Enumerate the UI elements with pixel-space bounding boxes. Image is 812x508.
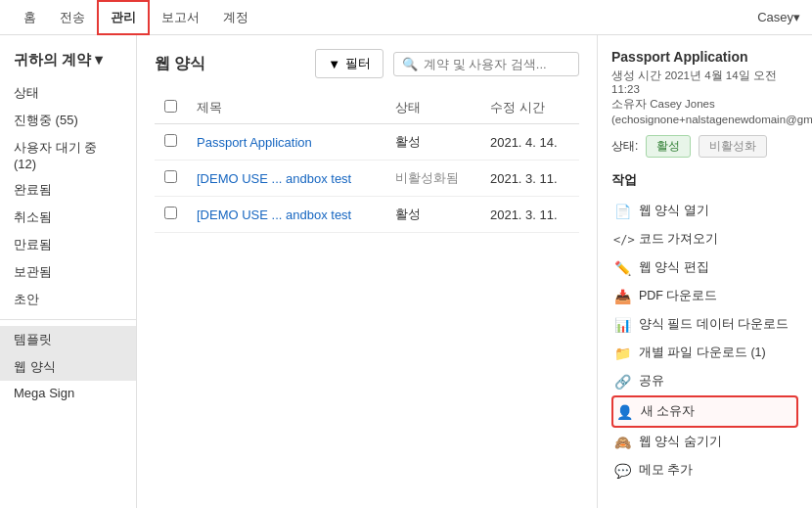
search-box: 🔍 [393, 52, 579, 76]
nav-menu: 홈 전송 관리 보고서 계정 [12, 0, 260, 35]
action-share-label: 공유 [639, 373, 664, 390]
sidebar-item-archived[interactable]: 보관됨 [0, 258, 136, 286]
status-active-badge[interactable]: 활성 [646, 135, 691, 158]
action-individual-download[interactable]: 📁 개별 파일 다운로드 (1) [611, 339, 798, 367]
col-title: 제목 [187, 92, 385, 124]
filter-button[interactable]: ▼ 필터 [315, 49, 383, 78]
action-get-code-label: 코드 가져오기 [639, 231, 718, 248]
filter-label: 필터 [345, 55, 371, 72]
action-note-label: 메모 추가 [639, 462, 693, 479]
left-sidebar: 귀하의 계약 ▾ 상태 진행중 (55) 사용자 대기 중 (12) 완료됨 취… [0, 35, 137, 508]
action-pdf-download[interactable]: 📥 PDF 다운로드 [611, 282, 798, 310]
sidebar-item-webform[interactable]: 웹 양식 [0, 353, 136, 381]
toolbar-right: ▼ 필터 🔍 [315, 49, 579, 78]
select-all-checkbox[interactable] [164, 100, 177, 113]
action-add-note[interactable]: 💬 메모 추가 [611, 456, 798, 485]
col-checkbox [155, 92, 187, 124]
field-data-icon: 📊 [613, 317, 631, 333]
row-checkbox[interactable] [164, 207, 177, 219]
row-checkbox[interactable] [164, 134, 177, 147]
row-checkbox-cell [155, 124, 187, 161]
col-status: 상태 [385, 92, 480, 124]
row-modified: 2021. 3. 11. [480, 161, 579, 197]
sidebar-item-status[interactable]: 상태 [0, 79, 136, 107]
sidebar-divider [0, 319, 136, 320]
center-content: 웹 양식 ▼ 필터 🔍 제목 [137, 35, 597, 508]
status-text: 상태: [611, 138, 638, 155]
status-inactive-badge[interactable]: 비활성화 [699, 135, 767, 158]
action-new-owner-label: 새 소유자 [641, 403, 695, 420]
action-pdf-label: PDF 다운로드 [639, 288, 717, 304]
search-input[interactable] [424, 57, 570, 71]
sidebar-item-template[interactable]: 템플릿 [0, 326, 136, 353]
actions-label: 작업 [611, 171, 798, 189]
right-panel: Passport Application 생성 시간 2021년 4월 14일 … [597, 35, 812, 508]
user-menu[interactable]: Casey▾ [757, 10, 800, 24]
main-layout: 귀하의 계약 ▾ 상태 진행중 (55) 사용자 대기 중 (12) 완료됨 취… [0, 35, 812, 508]
panel-created: 생성 시간 2021년 4월 14일 오전 11:23 [611, 69, 798, 95]
row-modified: 2021. 3. 11. [480, 197, 579, 233]
sidebar-item-megasign[interactable]: Mega Sign [0, 381, 136, 405]
individual-download-icon: 📁 [613, 346, 631, 361]
row-title[interactable]: Passport Application [187, 124, 385, 161]
row-checkbox[interactable] [164, 170, 177, 183]
row-checkbox-cell [155, 161, 187, 197]
sidebar-item-waiting[interactable]: 사용자 대기 중 (12) [0, 134, 136, 176]
nav-manage[interactable]: 관리 [97, 0, 150, 35]
row-title[interactable]: [DEMO USE ... andbox test [187, 161, 385, 197]
row-status: 활성 [385, 124, 480, 161]
action-individual-label: 개별 파일 다운로드 (1) [639, 345, 766, 361]
row-title[interactable]: [DEMO USE ... andbox test [187, 197, 385, 233]
table-row: [DEMO USE ... andbox test 비활성화됨 2021. 3.… [155, 161, 579, 197]
new-owner-icon: 👤 [615, 404, 633, 420]
action-open-webform-label: 웹 양식 열기 [639, 203, 709, 219]
sidebar-item-in-progress[interactable]: 진행중 (55) [0, 107, 136, 134]
row-modified: 2021. 4. 14. [480, 124, 579, 161]
pdf-download-icon: 📥 [613, 289, 631, 304]
table-row: [DEMO USE ... andbox test 활성 2021. 3. 11… [155, 197, 579, 233]
section-title: 웹 양식 [155, 54, 205, 74]
action-new-owner[interactable]: 👤 새 소유자 [611, 395, 798, 428]
webform-table: 제목 상태 수정 시간 Passport Application 활성 2021… [155, 92, 579, 233]
nav-home[interactable]: 홈 [12, 0, 48, 35]
row-status: 활성 [385, 197, 480, 233]
edit-icon: ✏️ [613, 260, 631, 276]
action-field-data-label: 양식 필드 데이터 다운로드 [639, 316, 789, 333]
note-icon: 💬 [613, 463, 631, 479]
panel-title: Passport Application [611, 49, 798, 65]
sidebar-item-draft[interactable]: 초안 [0, 286, 136, 313]
contract-filter-header[interactable]: 귀하의 계약 ▾ [0, 47, 136, 79]
sidebar-item-completed[interactable]: 완료됨 [0, 176, 136, 204]
action-field-data-download[interactable]: 📊 양식 필드 데이터 다운로드 [611, 310, 798, 339]
action-open-webform[interactable]: 📄 웹 양식 열기 [611, 197, 798, 225]
action-hide-webform[interactable]: 🙈 웹 양식 숨기기 [611, 428, 798, 456]
action-get-code[interactable]: </> 코드 가져오기 [611, 225, 798, 254]
search-icon: 🔍 [402, 57, 418, 71]
center-toolbar: 웹 양식 ▼ 필터 🔍 [155, 49, 579, 78]
nav-reports[interactable]: 보고서 [150, 0, 211, 35]
panel-email: (echosignone+nalstagenewdomain@gmail.com… [611, 114, 798, 125]
nav-send[interactable]: 전송 [48, 0, 97, 35]
filter-icon: ▼ [328, 57, 340, 71]
hide-icon: 🙈 [613, 435, 631, 450]
top-nav: 홈 전송 관리 보고서 계정 Casey▾ [0, 0, 812, 35]
share-icon: 🔗 [613, 374, 631, 390]
nav-settings[interactable]: 계정 [211, 0, 260, 35]
get-code-icon: </> [613, 233, 631, 247]
action-edit-label: 웹 양식 편집 [639, 259, 709, 276]
action-edit-webform[interactable]: ✏️ 웹 양식 편집 [611, 254, 798, 282]
open-webform-icon: 📄 [613, 204, 631, 219]
col-modified: 수정 시간 [480, 92, 579, 124]
sidebar-item-cancelled[interactable]: 취소됨 [0, 204, 136, 231]
sidebar-item-expired[interactable]: 만료됨 [0, 231, 136, 258]
panel-owner: 소유자 Casey Jones [611, 97, 798, 112]
row-checkbox-cell [155, 197, 187, 233]
row-status: 비활성화됨 [385, 161, 480, 197]
action-hide-label: 웹 양식 숨기기 [639, 434, 722, 450]
action-share[interactable]: 🔗 공유 [611, 367, 798, 395]
table-row: Passport Application 활성 2021. 4. 14. [155, 124, 579, 161]
panel-status-row: 상태: 활성 비활성화 [611, 135, 798, 158]
